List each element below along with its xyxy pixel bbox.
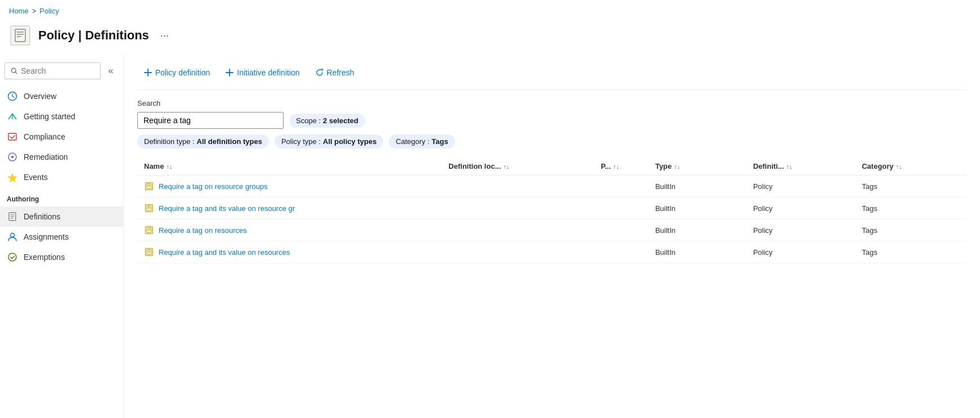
col-cat-label: Category <box>862 162 893 170</box>
svg-rect-9 <box>8 133 16 140</box>
scope-pill-label: Scope : <box>296 116 321 125</box>
search-label: Search <box>137 99 966 107</box>
policy-type-pill-value: All policy types <box>323 137 376 146</box>
row-type: BuiltIn <box>655 182 753 191</box>
definition-type-filter-pill[interactable]: Definition type : All definition types <box>137 134 269 149</box>
sidebar-search-box[interactable] <box>5 62 101 79</box>
row-policy-icon <box>144 181 154 191</box>
refresh-label: Refresh <box>327 68 354 77</box>
plus-icon-initiative <box>226 69 233 77</box>
policy-type-filter-pill[interactable]: Policy type : All policy types <box>275 134 383 149</box>
policy-definition-label: Policy definition <box>155 68 210 77</box>
svg-point-17 <box>8 253 16 261</box>
col-header-p[interactable]: P... ↑↓ <box>601 162 655 170</box>
breadcrumb-policy[interactable]: Policy <box>39 7 59 15</box>
table-header: Name ↑↓ Definition loc... ↑↓ P... ↑↓ Typ… <box>137 158 966 176</box>
col-defloc-sort-icon: ↑↓ <box>504 163 510 170</box>
more-options-button[interactable]: ··· <box>156 28 173 44</box>
col-p-label: P... <box>601 162 611 170</box>
policy-type-pill-label: Policy type : <box>281 137 321 146</box>
col-name-label: Name <box>144 162 164 170</box>
refresh-icon <box>316 69 323 77</box>
remediation-icon <box>7 151 18 163</box>
row-type: BuiltIn <box>655 204 753 213</box>
row-category: Tags <box>862 226 960 235</box>
svg-marker-11 <box>8 173 17 182</box>
sidebar: « Overview Getting started Compliance <box>0 56 124 418</box>
sidebar-search-input[interactable] <box>21 66 95 75</box>
row-category: Tags <box>862 204 960 213</box>
search-input[interactable] <box>137 112 284 129</box>
sidebar-item-remediation[interactable]: Remediation <box>0 147 123 167</box>
row-policy-icon <box>144 247 154 257</box>
sidebar-item-remediation-label: Remediation <box>24 152 68 161</box>
col-header-definition[interactable]: Definiti... ↑↓ <box>753 162 862 170</box>
row-definition: Policy <box>753 204 862 213</box>
col-type-label: Type <box>655 162 672 170</box>
definitions-icon <box>7 211 18 222</box>
sidebar-item-exemptions-label: Exemptions <box>24 253 65 262</box>
sidebar-item-getting-started[interactable]: Getting started <box>0 106 123 127</box>
getting-started-icon <box>7 111 18 122</box>
sidebar-item-definitions-label: Definitions <box>24 212 60 221</box>
search-icon <box>11 67 17 75</box>
row-name-link[interactable]: Require a tag on resource groups <box>159 182 268 191</box>
initiative-definition-button[interactable]: Initiative definition <box>219 65 306 80</box>
refresh-button[interactable]: Refresh <box>309 65 361 80</box>
svg-point-16 <box>11 233 15 237</box>
filter-row-2: Definition type : All definition types P… <box>137 134 966 149</box>
row-name-link[interactable]: Require a tag and its value on resource … <box>159 204 295 213</box>
page-title: Policy | Definitions <box>38 28 149 43</box>
sidebar-item-events[interactable]: Events <box>0 167 123 187</box>
definition-type-pill-value: All definition types <box>197 137 262 146</box>
col-header-name[interactable]: Name ↑↓ <box>144 162 448 170</box>
sidebar-item-compliance-label: Compliance <box>24 132 65 141</box>
sidebar-item-getting-started-label: Getting started <box>24 112 75 121</box>
table-row: Require a tag and its value on resources… <box>137 241 966 263</box>
row-category: Tags <box>862 182 960 191</box>
row-policy-icon <box>144 203 154 213</box>
table-row: Require a tag on resource groups BuiltIn… <box>137 176 966 197</box>
col-cat-sort-icon: ↑↓ <box>896 163 902 170</box>
breadcrumb-sep: > <box>32 7 37 15</box>
col-header-category[interactable]: Category ↑↓ <box>862 162 960 170</box>
row-definition: Policy <box>753 226 862 235</box>
overview-icon <box>7 91 18 102</box>
sidebar-item-exemptions[interactable]: Exemptions <box>0 247 123 267</box>
main-content: Policy definition Initiative definition … <box>124 56 980 418</box>
sidebar-item-assignments[interactable]: Assignments <box>0 227 123 247</box>
col-header-definition-location[interactable]: Definition loc... ↑↓ <box>448 162 601 170</box>
breadcrumb-home[interactable]: Home <box>9 7 29 15</box>
scope-pill-value: 2 selected <box>323 116 358 125</box>
row-name-link[interactable]: Require a tag and its value on resources <box>159 248 290 257</box>
category-filter-pill[interactable]: Category : Tags <box>389 134 455 149</box>
page-header: Policy | Definitions ··· <box>0 20 980 56</box>
plus-icon-policy <box>144 69 152 77</box>
category-pill-value: Tags <box>431 137 448 146</box>
sidebar-item-compliance[interactable]: Compliance <box>0 127 123 147</box>
row-name-link[interactable]: Require a tag on resources <box>159 226 247 235</box>
collapse-sidebar-button[interactable]: « <box>103 63 119 79</box>
svg-rect-0 <box>11 26 30 45</box>
sidebar-item-assignments-label: Assignments <box>24 232 69 241</box>
main-layout: « Overview Getting started Compliance <box>0 56 980 418</box>
row-category: Tags <box>862 248 960 257</box>
sidebar-item-definitions[interactable]: Definitions <box>0 206 123 227</box>
row-type: BuiltIn <box>655 226 753 235</box>
sidebar-item-events-label: Events <box>24 173 48 182</box>
table-row: Require a tag and its value on resource … <box>137 197 966 219</box>
col-type-sort-icon: ↑↓ <box>674 163 680 170</box>
col-def-sort-icon: ↑↓ <box>786 163 793 170</box>
definition-type-pill-label: Definition type : <box>144 137 195 146</box>
col-header-type[interactable]: Type ↑↓ <box>655 162 753 170</box>
scope-filter-pill[interactable]: Scope : 2 selected <box>289 114 365 128</box>
col-defloc-label: Definition loc... <box>448 162 501 170</box>
row-definition: Policy <box>753 248 862 257</box>
policy-definition-button[interactable]: Policy definition <box>137 65 217 80</box>
authoring-section-label: Authoring <box>0 187 123 206</box>
row-definition: Policy <box>753 182 862 191</box>
sidebar-item-overview[interactable]: Overview <box>0 86 123 106</box>
initiative-definition-label: Initiative definition <box>237 68 299 77</box>
filters-section: Search Scope : 2 selected Definition typ… <box>137 99 966 149</box>
category-pill-label: Category : <box>395 137 429 146</box>
